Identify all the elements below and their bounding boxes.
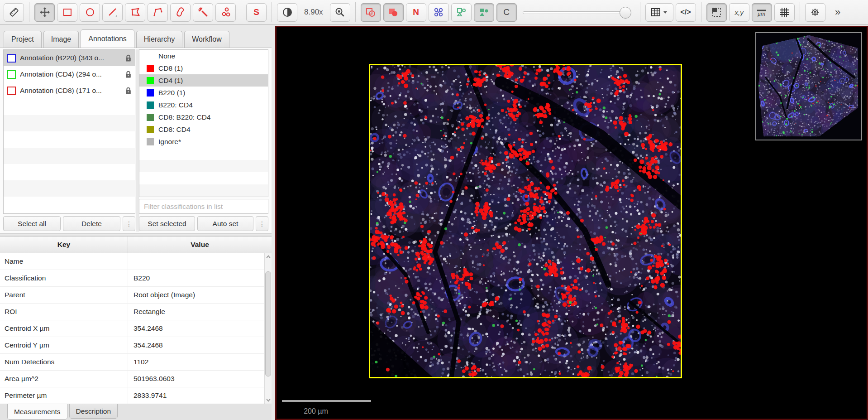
rectangle-annotation-outline[interactable] xyxy=(369,64,682,378)
classification-item-label: CD8 (1) xyxy=(158,64,183,72)
tab-hierarchy[interactable]: Hierarchy xyxy=(136,31,182,48)
toolbar-overflow-button[interactable]: » xyxy=(828,3,848,22)
polyline-tool-button[interactable] xyxy=(148,3,168,22)
selection-mode-label: S xyxy=(253,7,259,17)
annotation-select-all-button[interactable]: Select all xyxy=(3,216,61,231)
vertical-scrollbar[interactable] xyxy=(264,253,272,404)
scrollbar-thumb[interactable] xyxy=(265,271,271,377)
classification-item[interactable]: Ignore* xyxy=(139,135,268,148)
fill-annotations-button[interactable] xyxy=(383,3,404,22)
measurement-value: 354.2468 xyxy=(128,320,272,337)
line-tool-button[interactable] xyxy=(102,3,123,22)
measurement-row: ClassificationB220 xyxy=(0,270,272,287)
show-connections-label: C xyxy=(503,7,510,17)
annotation-color-swatch xyxy=(7,70,16,79)
polygon-tool-button[interactable] xyxy=(125,3,145,22)
measurement-tables-button[interactable] xyxy=(645,3,673,22)
tissue-image[interactable] xyxy=(370,65,681,377)
tab-annotations[interactable]: Annotations xyxy=(81,29,134,48)
annotation-delete-button[interactable]: Delete xyxy=(63,216,120,231)
show-connections-button[interactable]: C xyxy=(496,3,517,22)
classification-color-swatch xyxy=(147,53,154,60)
polyline-icon xyxy=(152,6,164,18)
measurement-key: Centroid X µm xyxy=(0,320,128,337)
value-column-header[interactable]: Value xyxy=(128,237,272,253)
show-names-button[interactable]: N xyxy=(406,3,426,22)
fill-detections-button[interactable] xyxy=(474,3,494,22)
opacity-slider[interactable] xyxy=(523,3,631,22)
annotation-actions: Select allDelete⋮ xyxy=(3,214,135,232)
tab-project[interactable]: Project xyxy=(4,31,42,48)
panel-splitter[interactable] xyxy=(136,49,138,232)
classification-item[interactable]: CD8 (1) xyxy=(139,62,268,74)
show-grid-button[interactable] xyxy=(774,3,795,22)
annotation-list[interactable]: Annotation (B220) (343 o...Annotation (C… xyxy=(3,49,135,214)
tma-grid-button[interactable] xyxy=(429,3,449,22)
annotation-item[interactable]: Annotation (B220) (343 o... xyxy=(4,50,135,66)
brightness-contrast-button[interactable] xyxy=(277,3,297,22)
classification-more-button[interactable]: ⋮ xyxy=(256,216,268,231)
zoom-to-fit-button[interactable] xyxy=(330,3,350,22)
table-icon xyxy=(650,7,661,18)
rectangle-icon xyxy=(62,6,73,18)
move-tool-button[interactable] xyxy=(34,3,55,22)
magnifier-icon xyxy=(334,6,346,18)
points-tool-button[interactable] xyxy=(215,3,236,22)
overview-image xyxy=(756,33,861,140)
opacity-slider-thumb[interactable] xyxy=(620,7,631,19)
filter-classifications-input[interactable] xyxy=(139,199,268,214)
script-editor-button[interactable]: </> xyxy=(676,3,696,22)
bottom-tab-description[interactable]: Description xyxy=(69,404,118,419)
show-annotations-button[interactable] xyxy=(361,3,381,22)
classification-item[interactable]: B220 (1) xyxy=(139,87,268,99)
scroll-down-arrow[interactable] xyxy=(265,396,272,404)
rectangle-tool-button[interactable] xyxy=(57,3,77,22)
classification-list[interactable]: NoneCD8 (1)CD4 (1)B220 (1)B220: CD4CD8: … xyxy=(139,49,268,197)
tab-image[interactable]: Image xyxy=(43,31,79,48)
polygon-icon xyxy=(129,6,141,18)
overview-thumbnail[interactable] xyxy=(755,32,862,140)
classification-color-swatch xyxy=(147,77,154,84)
classification-item[interactable]: None xyxy=(139,50,268,62)
scroll-up-arrow[interactable] xyxy=(265,253,272,261)
chevron-up-icon xyxy=(266,255,271,259)
annotation-item[interactable]: Annotation (CD4) (294 o... xyxy=(4,66,135,82)
panel-tab-bar: ProjectImageAnnotationsHierarchyWorkflow xyxy=(0,25,272,48)
key-column-header[interactable]: Key xyxy=(0,237,128,253)
scalebar-icon: µm xyxy=(755,6,768,18)
measurement-row: Centroid Y µm354.2468 xyxy=(0,337,272,354)
bottom-tab-measurements[interactable]: Measurements xyxy=(7,404,67,420)
brush-tool-button[interactable] xyxy=(170,3,191,22)
grid-icon xyxy=(778,6,790,18)
tab-workflow[interactable]: Workflow xyxy=(184,31,229,48)
classification-item[interactable]: CD8: B220: CD4 xyxy=(139,111,268,123)
measurement-value xyxy=(128,253,272,270)
ellipse-tool-button[interactable] xyxy=(80,3,100,22)
measurement-key: Parent xyxy=(0,287,128,303)
ruler-icon xyxy=(8,6,20,18)
show-overview-button[interactable] xyxy=(706,3,727,22)
classification-item[interactable]: CD8: CD4 xyxy=(139,123,268,135)
preferences-button[interactable] xyxy=(805,3,825,22)
measurement-row: Centroid X µm354.2468 xyxy=(0,320,272,337)
annotation-color-swatch xyxy=(7,54,16,63)
show-names-label: N xyxy=(413,7,419,17)
show-annotations-icon xyxy=(365,6,377,18)
toolbar-separator xyxy=(29,2,29,22)
show-detections-button[interactable] xyxy=(451,3,472,22)
selection-mode-button[interactable]: S xyxy=(246,3,267,22)
classification-auto-set-button[interactable]: Auto set xyxy=(197,216,253,231)
measurement-row: Num Detections1102 xyxy=(0,354,272,371)
classification-set-selected-button[interactable]: Set selected xyxy=(139,216,195,231)
wand-tool-button[interactable] xyxy=(193,3,213,22)
annotation-item[interactable]: Annotation (CD8) (171 o... xyxy=(4,82,135,99)
overview-icon xyxy=(711,6,722,18)
measure-tool-button[interactable] xyxy=(4,3,24,22)
annotation-more-button[interactable]: ⋮ xyxy=(123,216,135,231)
measurement-row: Perimeter µm2833.9741 xyxy=(0,387,272,404)
show-scalebar-button[interactable]: µm xyxy=(752,3,772,22)
classification-item[interactable]: CD4 (1) xyxy=(139,74,268,87)
show-location-button[interactable]: x,y xyxy=(729,3,749,22)
classification-item[interactable]: B220: CD4 xyxy=(139,99,268,111)
image-viewport[interactable]: 200 µm xyxy=(275,26,868,420)
